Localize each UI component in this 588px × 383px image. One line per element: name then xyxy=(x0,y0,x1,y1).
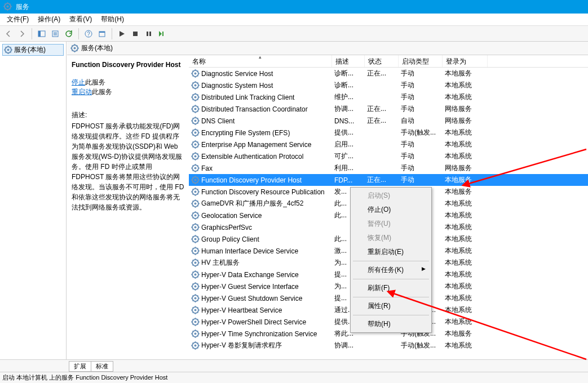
service-desc: DNS... xyxy=(332,117,365,125)
service-name: Hyper-V Guest Service Interface xyxy=(201,283,299,291)
gear-icon xyxy=(191,235,200,243)
service-desc: FDP... xyxy=(332,176,365,184)
title-text: 服务 xyxy=(16,2,29,12)
properties-button[interactable] xyxy=(96,28,108,40)
service-name: Encrypting File System (EFS) xyxy=(201,129,290,137)
ctx-all-tasks[interactable]: 所有任务(K)▶ xyxy=(352,263,430,277)
menu-help[interactable]: 帮助(H) xyxy=(96,14,129,25)
pane-header: 服务(本地) xyxy=(67,42,588,55)
service-row[interactable]: Enterprise App Management Service启用...手动… xyxy=(189,139,588,150)
gear-icon xyxy=(191,223,200,231)
gear-icon xyxy=(191,341,200,350)
service-name: Hyper-V PowerShell Direct Service xyxy=(201,318,306,326)
gear-icon xyxy=(191,282,200,291)
ctx-help[interactable]: 帮助(H) xyxy=(352,317,430,331)
pane-header-title: 服务(本地) xyxy=(81,43,113,53)
service-name: GraphicsPerfSvc xyxy=(201,224,252,231)
gear-icon xyxy=(191,105,200,113)
service-status: 正在... xyxy=(365,69,399,78)
stop-link[interactable]: 停止 xyxy=(72,78,85,86)
service-status: 正在... xyxy=(365,175,399,185)
service-row[interactable]: Encrypting File System (EFS)提供...手动(触发..… xyxy=(189,127,588,139)
service-row[interactable]: Fax利用...手动网络服务 xyxy=(189,162,588,174)
tab-extended[interactable]: 扩展 xyxy=(69,361,91,372)
menu-file[interactable]: 文件(F) xyxy=(2,14,33,25)
service-logon: 网络服务 xyxy=(443,116,488,126)
service-row[interactable]: Hyper-V 卷影复制请求程序协调...手动(触发...本地系统 xyxy=(189,340,588,351)
col-name[interactable]: ▴名称 xyxy=(189,55,332,67)
menu-action[interactable]: 操作(A) xyxy=(33,14,65,25)
gear-icon xyxy=(191,140,200,149)
gear-icon xyxy=(191,69,200,78)
service-logon: 本地系统 xyxy=(443,211,488,220)
service-logon: 本地系统 xyxy=(443,270,488,279)
tree-panel: 服务(本地) xyxy=(0,42,67,359)
export-button[interactable] xyxy=(49,28,61,40)
svg-rect-10 xyxy=(147,32,148,36)
col-startup[interactable]: 启动类型 xyxy=(399,55,443,67)
service-startup: 手动 xyxy=(399,104,443,114)
service-row[interactable]: Diagnostic System Host诊断...手动本地系统 xyxy=(189,79,588,91)
service-desc: 协调... xyxy=(332,341,365,350)
forward-button[interactable] xyxy=(16,28,28,40)
col-description[interactable]: 描述 xyxy=(332,55,365,67)
service-logon: 本地系统 xyxy=(443,293,488,303)
view-tabs: 扩展 标准 xyxy=(0,359,588,372)
restart-button[interactable] xyxy=(156,28,169,40)
tree-root-services[interactable]: 服务(本地) xyxy=(2,44,64,56)
start-button[interactable] xyxy=(116,28,128,40)
ctx-restart[interactable]: 重新启动(E) xyxy=(352,245,430,259)
col-status[interactable]: 状态 xyxy=(365,55,399,67)
service-desc: 协调... xyxy=(332,104,365,114)
service-row[interactable]: Extensible Authentication Protocol可扩...手… xyxy=(189,150,588,162)
ctx-resume: 恢复(M) xyxy=(352,231,430,245)
service-desc: 启用... xyxy=(332,140,365,149)
stop-button[interactable] xyxy=(129,28,142,40)
service-name: Extensible Authentication Protocol xyxy=(201,153,303,161)
ctx-refresh[interactable]: 刷新(F) xyxy=(352,281,430,295)
menu-view[interactable]: 查看(V) xyxy=(65,14,96,25)
help-button[interactable]: ? xyxy=(82,28,95,40)
col-logon[interactable]: 登录为 xyxy=(443,55,488,67)
service-name: Hyper-V 卷影复制请求程序 xyxy=(201,341,282,350)
tab-standard[interactable]: 标准 xyxy=(91,361,113,372)
gear-icon xyxy=(191,128,200,137)
restart-link[interactable]: 重启动 xyxy=(72,88,92,96)
gear-icon xyxy=(191,329,200,338)
gear-icon xyxy=(191,247,200,255)
service-desc: 诊断... xyxy=(332,81,365,90)
service-name: Hyper-V Time Synchronization Service xyxy=(201,330,317,338)
service-startup: 手动(触发... xyxy=(399,341,443,350)
service-startup: 手动 xyxy=(399,92,443,102)
service-row[interactable]: Distributed Link Tracking Client维护...手动本… xyxy=(189,91,588,103)
service-name: Distributed Transaction Coordinator xyxy=(201,105,308,113)
ctx-pause: 暂停(U) xyxy=(352,217,430,231)
context-menu: 启动(S) 停止(O) 暂停(U) 恢复(M) 重新启动(E) 所有任务(K)▶… xyxy=(350,187,432,333)
ctx-stop[interactable]: 停止(O) xyxy=(352,203,430,217)
service-startup: 手动 xyxy=(399,81,443,90)
service-startup: 手动 xyxy=(399,163,443,173)
show-hide-tree-button[interactable] xyxy=(36,28,48,40)
service-desc: 诊断... xyxy=(332,69,365,78)
service-logon: 本地服务 xyxy=(443,187,488,197)
service-row[interactable]: Function Discovery Provider HostFDP...正在… xyxy=(189,174,588,186)
selected-service-title: Function Discovery Provider Host xyxy=(72,61,184,69)
back-button[interactable] xyxy=(2,28,15,40)
ctx-properties[interactable]: 属性(R) xyxy=(352,299,430,313)
refresh-button[interactable] xyxy=(63,28,75,40)
svg-rect-8 xyxy=(99,32,105,33)
service-logon: 本地服务 xyxy=(443,69,488,78)
service-name: Distributed Link Tracking Client xyxy=(201,93,294,101)
toolbar: ? xyxy=(0,26,588,42)
service-row[interactable]: Distributed Transaction Coordinator协调...… xyxy=(189,103,588,115)
gear-icon xyxy=(191,270,200,279)
service-row[interactable]: Diagnostic Service Host诊断...正在...手动本地服务 xyxy=(189,68,588,79)
pause-button[interactable] xyxy=(143,28,155,40)
service-desc: 提供... xyxy=(332,128,365,137)
gear-icon xyxy=(191,81,200,90)
service-name: Hyper-V Guest Shutdown Service xyxy=(201,295,302,302)
gear-icon xyxy=(191,294,200,302)
service-row[interactable]: DNS ClientDNS...正在...自动网络服务 xyxy=(189,115,588,127)
service-startup: 手动 xyxy=(399,175,443,185)
svg-text:?: ? xyxy=(87,31,90,37)
